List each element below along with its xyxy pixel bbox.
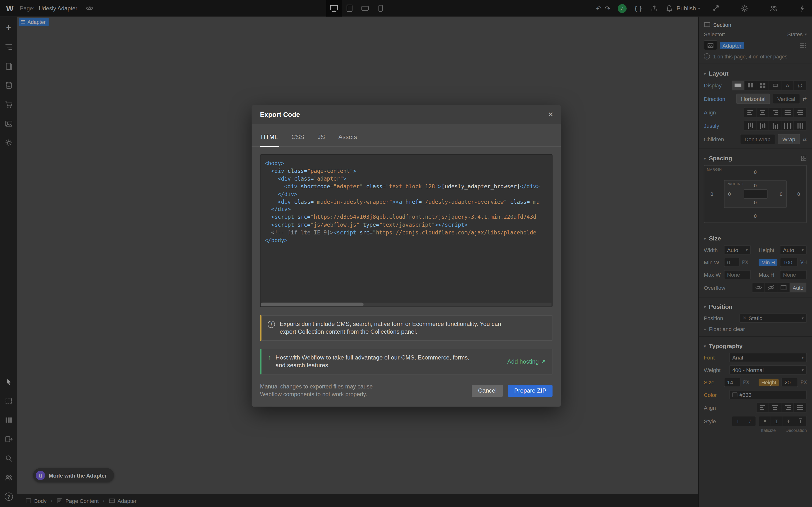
close-icon[interactable]: ✕ — [548, 111, 553, 118]
hosting-notice-text: Host with Webflow to take full advantage… — [275, 354, 472, 370]
hosting-notice: ↑ Host with Webflow to take full advanta… — [260, 349, 553, 375]
cms-export-notice: i Exports don't include CMS, search, nat… — [260, 315, 553, 341]
scrollbar-thumb[interactable] — [261, 303, 363, 306]
tab-assets[interactable]: Assets — [337, 127, 358, 147]
external-link-icon: ↗ — [541, 358, 546, 365]
webflow-designer: W Page: Udesly Adapter ↶ ↷ ✓ — [0, 0, 812, 507]
arrow-up-icon: ↑ — [268, 354, 271, 362]
modal-footer: Manual changes to exported files may cau… — [252, 375, 561, 406]
export-tabs: HTML CSS JS Assets — [252, 127, 561, 147]
modal-title: Export Code — [260, 111, 300, 118]
code-viewer[interactable]: <body> <div class="page-content"> <div c… — [260, 154, 553, 307]
cancel-button[interactable]: Cancel — [472, 385, 503, 396]
modal-header: Export Code ✕ — [252, 105, 561, 124]
horizontal-scrollbar[interactable] — [261, 303, 552, 306]
tab-css[interactable]: CSS — [290, 127, 305, 147]
code-block: <body> <div class="page-content"> <div c… — [260, 155, 552, 249]
prepare-zip-button[interactable]: Prepare ZIP — [508, 385, 552, 396]
export-code-modal: Export Code ✕ HTML CSS JS Assets <body> … — [252, 105, 561, 406]
export-warning-note: Manual changes to exported files may cau… — [260, 383, 395, 398]
tab-html[interactable]: HTML — [260, 127, 279, 147]
cms-notice-text: Exports don't include CMS, search, nativ… — [280, 320, 507, 336]
add-hosting-link[interactable]: Add hosting ↗ — [507, 358, 546, 365]
info-icon: i — [268, 321, 275, 328]
tab-js[interactable]: JS — [317, 127, 326, 147]
